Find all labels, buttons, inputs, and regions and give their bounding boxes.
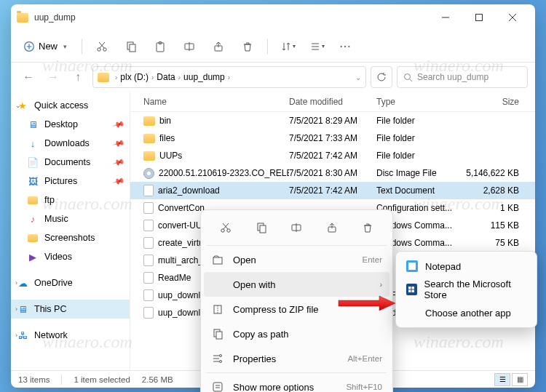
delete-icon[interactable] [357,217,379,238]
file-icon [143,185,154,196]
downloads-icon: ↓ [27,137,39,149]
context-menu: Open Enter Open with › Compress to ZIP f… [200,209,393,392]
col-date[interactable]: Date modified [289,97,376,107]
col-name[interactable]: Name [136,97,289,107]
refresh-button[interactable] [371,66,392,88]
menu-item-copy-path[interactable]: Copy as path [204,321,389,346]
submenu-item-choose-another[interactable]: Choose another app [399,301,534,324]
file-type: Disc Image File [376,168,464,178]
column-headers[interactable]: Name Date modified Type Size [130,92,535,112]
sort-icon[interactable]: ▾ [275,35,300,58]
delete-icon[interactable] [235,35,260,58]
cut-icon[interactable] [215,217,237,238]
col-size[interactable]: Size [464,97,529,107]
music-icon: ♪ [27,213,39,225]
table-row[interactable]: bin7/5/2021 8:29 AMFile folder [130,112,535,129]
sidebar-item-pictures[interactable]: 🖼Pictures📌 [11,172,130,191]
submenu-item-notepad[interactable]: Notepad [399,255,534,278]
more-icon[interactable]: ⋯ [333,35,358,58]
sidebar-item-network[interactable]: ›🖧Network [11,326,130,345]
file-name: bin [159,116,171,126]
svg-point-21 [405,73,411,79]
view-thumbnails-button[interactable]: ▦ [512,373,528,386]
sidebar-item-documents[interactable]: 📄Documents📌 [11,153,130,172]
search-icon [403,73,413,82]
col-type[interactable]: Type [376,97,464,107]
svg-rect-36 [216,332,222,339]
open-with-submenu: Notepad Search the Microsoft Store Choos… [395,251,537,328]
file-date: 7/5/2021 8:29 AM [289,116,376,126]
maximize-button[interactable] [462,6,496,29]
table-row[interactable]: UUPs7/5/2021 7:42 AMFile folder [130,147,535,164]
submenu-item-store[interactable]: Search the Microsoft Store [399,278,534,301]
menu-item-open-with[interactable]: Open with › [204,272,389,297]
minimize-button[interactable] [429,6,462,29]
table-row[interactable]: files7/5/2021 7:33 AMFile folder [130,129,535,147]
menu-item-open[interactable]: Open Enter [204,247,389,272]
file-size: 1 KB [464,203,529,213]
new-button[interactable]: New ▾ [17,36,74,56]
videos-icon: ▶ [27,251,39,263]
toolbar: New ▾ ▾ ▾ ⋯ [11,31,535,63]
properties-icon [211,353,224,364]
up-button[interactable]: ↑ [68,67,88,87]
sidebar-item-downloads[interactable]: ↓Downloads📌 [11,134,130,153]
notepad-icon [406,260,418,272]
chevron-down-icon[interactable]: ⌄ [355,73,361,81]
search-input[interactable]: Search uup_dump [397,66,528,88]
breadcrumb-segment[interactable]: uup_dump [183,72,225,82]
folder-icon [27,194,39,206]
menu-item-show-more[interactable]: Show more options Shift+F10 [204,375,389,392]
blank-icon [406,307,418,319]
breadcrumb[interactable]: › plx (D:) › Data › uup_dump › ⌄ [92,66,366,88]
back-button[interactable]: ← [18,67,39,87]
svg-point-7 [98,47,100,50]
view-details-button[interactable]: ☰ [494,373,510,386]
svg-point-38 [220,361,222,363]
file-name: uup_downlo [158,290,205,300]
file-icon [143,116,155,126]
table-row[interactable]: aria2_download7/5/2021 7:42 AMText Docum… [130,182,535,199]
close-button[interactable] [496,6,529,29]
menu-item-compress-zip[interactable]: Compress to ZIP file [204,297,389,321]
svg-rect-45 [412,290,415,293]
svg-point-8 [103,47,106,50]
sidebar-item-music[interactable]: ♪Music [11,209,130,228]
titlebar: uup_dump [11,4,535,31]
share-icon[interactable] [206,35,231,58]
plus-icon [24,41,34,52]
table-row[interactable]: 22000.51.210619-2323.CO_RELEASE_SVC_...7… [130,164,535,182]
network-icon: 🖧 [17,329,28,341]
sidebar-item-ftp[interactable]: ftp [11,191,130,209]
rename-icon[interactable] [177,35,202,58]
copy-icon[interactable] [250,217,272,238]
svg-line-10 [99,42,104,48]
sidebar-item-videos[interactable]: ▶Videos [11,247,130,266]
copy-icon[interactable] [119,35,143,58]
svg-point-24 [227,229,230,232]
folder-icon [98,73,109,82]
status-item-count: 13 items [18,375,50,384]
breadcrumb-segment[interactable]: plx (D:) [120,72,149,82]
menu-item-properties[interactable]: Properties Alt+Enter [204,346,389,371]
view-icon[interactable]: ▾ [304,35,329,58]
svg-line-26 [223,223,228,229]
sidebar-item-this-pc[interactable]: ›🖥This PC [11,300,130,319]
rename-icon[interactable] [285,217,307,238]
pin-icon: 📌 [112,156,126,169]
file-type: File folder [376,151,464,161]
svg-point-23 [221,229,224,232]
breadcrumb-segment[interactable]: Data [157,72,175,82]
paste-icon[interactable] [148,35,173,58]
forward-button[interactable]: → [43,67,63,87]
file-icon [143,134,155,143]
file-name: ReadMe [158,273,191,283]
file-name: 22000.51.210619-2323.CO_RELEASE_SVC_... [159,168,289,178]
sidebar-item-screenshots[interactable]: Screenshots [11,228,130,247]
sidebar-item-desktop[interactable]: 🖥Desktop📌 [11,115,130,134]
sidebar-item-quick-access[interactable]: ⌄★Quick access [11,96,130,115]
share-icon[interactable] [321,217,343,238]
file-size: 2,628 KB [464,185,529,196]
cut-icon[interactable] [90,35,114,58]
sidebar-item-onedrive[interactable]: ›☁OneDrive [11,273,130,292]
